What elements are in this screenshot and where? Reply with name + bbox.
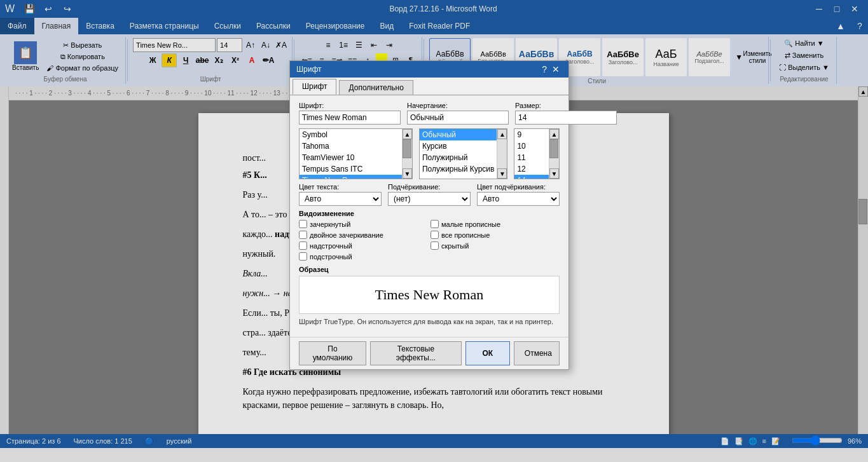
effects-checkboxes: зачеркнутый малые прописные двойное заче… xyxy=(299,220,560,261)
size-label: Размер: xyxy=(515,102,617,109)
style-list-box[interactable]: Обычный Курсив Полужирный Полужирный Кур… xyxy=(419,128,507,179)
font-list-scroll-track[interactable] xyxy=(403,139,412,168)
style-list[interactable]: Обычный Курсив Полужирный Полужирный Кур… xyxy=(420,129,497,179)
small-caps-checkbox[interactable] xyxy=(431,220,439,228)
font-name-field[interactable] xyxy=(299,111,401,125)
superscript-checkbox[interactable] xyxy=(299,241,307,250)
color-underline-row: Цвет текста: Авто Подчёркивание: (нет) Ц… xyxy=(299,183,560,206)
font-col: Шрифт: xyxy=(299,102,401,125)
size-list-scroll-track[interactable] xyxy=(549,139,559,168)
font-item-tahoma[interactable]: Tahoma xyxy=(300,140,402,152)
strikethrough-item: зачеркнутый xyxy=(299,220,428,228)
all-caps-label: все прописные xyxy=(441,231,490,239)
double-strikethrough-item: двойное зачеркивание xyxy=(299,231,428,239)
font-list-col: Symbol Tahoma TeamViewer 10 Tempus Sans … xyxy=(299,128,413,179)
text-color-select[interactable]: Авто xyxy=(299,192,382,206)
size-item-12[interactable]: 12 xyxy=(514,163,549,175)
style-item-bold-italic[interactable]: Полужирный Курсив xyxy=(420,163,497,175)
font-preview-box: Times New Roman xyxy=(299,276,560,314)
size-list-scrollbar[interactable]: ▲ ▼ xyxy=(549,129,559,179)
hidden-checkbox[interactable] xyxy=(431,241,439,250)
font-style-size-row: Шрифт: Начертание: Размер: xyxy=(299,102,560,125)
size-item-11[interactable]: 11 xyxy=(514,152,549,163)
style-label: Начертание: xyxy=(407,102,509,109)
underline-color-select[interactable]: Авто xyxy=(477,192,560,206)
dialog-tab-font[interactable]: Шрифт xyxy=(293,79,336,95)
preview-text: Times New Roman xyxy=(375,287,483,303)
font-list-scroll-down[interactable]: ▼ xyxy=(403,168,412,179)
text-color-select-wrap: Авто xyxy=(299,192,382,206)
size-item-10[interactable]: 10 xyxy=(514,140,549,152)
size-item-9[interactable]: 9 xyxy=(514,129,549,140)
dialog-title-controls: ? ✕ xyxy=(542,64,562,74)
style-list-scrollbar[interactable]: ▲ ▼ xyxy=(497,129,507,179)
underline-color-label: Цвет подчёркивания: xyxy=(477,183,560,191)
style-list-scroll-up[interactable]: ▲ xyxy=(497,129,507,139)
dialog-help-button[interactable]: ? xyxy=(542,64,547,74)
ok-button[interactable]: ОК xyxy=(465,341,510,365)
size-list-scroll-up[interactable]: ▲ xyxy=(549,129,559,139)
hidden-item: скрытый xyxy=(431,241,560,250)
hidden-label: скрытый xyxy=(441,242,469,250)
dialog-title-bar: Шрифт ? ✕ xyxy=(290,61,568,78)
small-caps-label: малые прописные xyxy=(441,221,500,228)
style-list-scroll-track[interactable] xyxy=(497,139,507,168)
size-item-14[interactable]: 14 xyxy=(514,175,549,179)
font-list[interactable]: Symbol Tahoma TeamViewer 10 Tempus Sans … xyxy=(300,129,402,179)
size-list-scroll-thumb[interactable] xyxy=(549,139,558,158)
small-caps-item: малые прописные xyxy=(431,220,560,228)
effects-title: Видоизменение xyxy=(299,210,560,217)
preview-description: Шрифт TrueType. Он используется для выво… xyxy=(299,318,560,325)
style-list-scroll-down[interactable]: ▼ xyxy=(497,168,507,179)
dialog-tab-advanced[interactable]: Дополнительно xyxy=(339,80,413,95)
subscript-checkbox[interactable] xyxy=(299,252,307,261)
style-list-col: Обычный Курсив Полужирный Полужирный Кур… xyxy=(419,128,507,179)
dialog-buttons: По умолчанию Текстовые эффекты... ОК Отм… xyxy=(290,337,568,369)
default-button[interactable]: По умолчанию xyxy=(299,341,366,365)
font-list-scrollbar[interactable]: ▲ ▼ xyxy=(402,129,412,179)
font-label: Шрифт: xyxy=(299,102,401,109)
dialog-tabs: Шрифт Дополнительно xyxy=(290,78,568,95)
underline-color-col: Цвет подчёркивания: Авто xyxy=(477,183,560,206)
double-strikethrough-checkbox[interactable] xyxy=(299,231,307,239)
font-style-field[interactable] xyxy=(407,111,509,125)
size-list[interactable]: 9 10 11 12 14 xyxy=(514,129,549,179)
subscript-label: подстрочный xyxy=(310,253,352,261)
font-lists-row: Symbol Tahoma TeamViewer 10 Tempus Sans … xyxy=(299,128,560,179)
dialog-overlay: Шрифт ? ✕ Шрифт Дополнительно Шрифт: Нач… xyxy=(0,0,868,462)
dialog-body: Шрифт: Начертание: Размер: xyxy=(290,95,568,337)
style-item-bold[interactable]: Полужирный xyxy=(420,152,497,163)
cancel-button[interactable]: Отмена xyxy=(514,341,560,365)
size-list-scroll-down[interactable]: ▼ xyxy=(549,168,559,179)
font-item-tempus[interactable]: Tempus Sans ITC xyxy=(300,163,402,175)
strikethrough-checkbox[interactable] xyxy=(299,220,307,228)
preview-title: Образец xyxy=(299,266,560,273)
font-size-field[interactable] xyxy=(515,111,617,125)
style-col: Начертание: xyxy=(407,102,509,125)
style-item-italic[interactable]: Курсив xyxy=(420,140,497,152)
font-list-scroll-thumb[interactable] xyxy=(403,139,411,158)
font-item-times[interactable]: Times New Roman xyxy=(300,175,402,179)
subscript-item: подстрочный xyxy=(299,252,428,261)
underline-select[interactable]: (нет) xyxy=(388,192,471,206)
size-col: Размер: xyxy=(515,102,617,125)
all-caps-item: все прописные xyxy=(431,231,560,239)
style-item-normal[interactable]: Обычный xyxy=(420,129,497,140)
size-list-box[interactable]: 9 10 11 12 14 ▲ ▼ xyxy=(514,128,560,179)
size-list-col: 9 10 11 12 14 ▲ ▼ xyxy=(514,128,560,179)
font-item-teamviewer[interactable]: TeamViewer 10 xyxy=(300,152,402,163)
font-list-box[interactable]: Symbol Tahoma TeamViewer 10 Tempus Sans … xyxy=(299,128,413,179)
superscript-label: надстрочный xyxy=(310,242,352,250)
text-effects-button[interactable]: Текстовые эффекты... xyxy=(370,341,462,365)
all-caps-checkbox[interactable] xyxy=(431,231,439,239)
font-list-scroll-up[interactable]: ▲ xyxy=(403,129,412,139)
font-dialog: Шрифт ? ✕ Шрифт Дополнительно Шрифт: Нач… xyxy=(289,60,569,370)
superscript-item: надстрочный xyxy=(299,241,428,250)
underline-col: Подчёркивание: (нет) xyxy=(388,183,471,206)
dialog-title: Шрифт xyxy=(296,65,321,74)
strikethrough-label: зачеркнутый xyxy=(310,221,350,228)
dialog-close-button[interactable]: ✕ xyxy=(549,64,562,74)
text-color-label: Цвет текста: xyxy=(299,183,382,191)
font-item-symbol[interactable]: Symbol xyxy=(300,129,402,140)
underline-label: Подчёркивание: xyxy=(388,183,471,191)
